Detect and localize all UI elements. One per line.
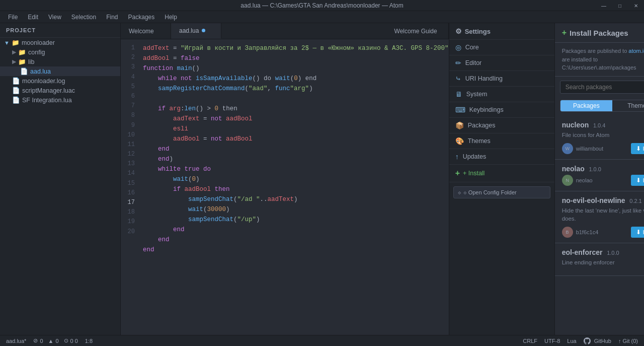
- toggle-themes[interactable]: Themes: [612, 100, 644, 111]
- status-errors: ⊘ 0 ▲ 0 ⊙ 0 0: [33, 337, 77, 344]
- expand-icon-lib: ▶: [12, 58, 16, 65]
- package-card-neolao: neolao 1.0.0 ↓ 12 N neolao ⬇ Ins: [555, 160, 644, 191]
- tab-aad-lua[interactable]: aad.lua: [171, 23, 221, 39]
- tree-item-moonloader-log[interactable]: 📄 moonloader.log: [0, 76, 120, 86]
- line-numbers: 12345 678910 1112131415 1617181920: [121, 39, 139, 335]
- settings-nav-core[interactable]: ◎ Core: [449, 40, 554, 55]
- package-name-neolao: neolao: [562, 165, 585, 173]
- tab-bar: Welcome aad.lua Welcome Guide: [121, 23, 449, 39]
- packages-panel: + Install Packages Packages are publishe…: [554, 23, 644, 335]
- main-layout: Project ▼ 📁 moonloader ▶ 📁 config ▶ 📁 li…: [0, 23, 644, 335]
- package-card-nucleon: nucleon 1.0.4 ↓ 1 264 File icons for Ato…: [555, 116, 644, 160]
- packages-panel-title: Install Packages: [570, 29, 628, 37]
- package-version-nucleon: 1.0.4: [593, 122, 605, 128]
- file-icon-sf: 📄: [12, 96, 20, 104]
- package-name-no-evil: no-evil-eol-newline: [562, 196, 625, 204]
- status-encoding[interactable]: UTF-8: [544, 338, 560, 344]
- install-button-neolao[interactable]: ⬇ Install: [631, 175, 644, 186]
- settings-nav-packages[interactable]: 📦 Packages: [449, 118, 554, 133]
- keybindings-icon: ⌨: [455, 106, 465, 114]
- tree-item-config[interactable]: ▶ 📁 config: [0, 47, 120, 57]
- menu-edit[interactable]: Edit: [24, 13, 42, 22]
- uri-icon: ⤷: [455, 75, 461, 83]
- system-icon: 🖥: [455, 90, 462, 98]
- minimize-button[interactable]: —: [596, 0, 612, 11]
- package-top-no-evil: no-evil-eol-newline 0.2.1 ↓ 189: [562, 196, 644, 204]
- tab-welcome-guide[interactable]: Welcome Guide: [383, 23, 449, 39]
- packages-panel-header: + Install Packages: [555, 23, 644, 43]
- package-desc-no-evil: Hide the last 'new line', just like vim …: [562, 206, 644, 223]
- package-author-neolao: N neolao: [562, 175, 593, 186]
- install-button-no-evil[interactable]: ⬇ Install: [631, 227, 644, 238]
- package-name-nucleon: nucleon: [562, 121, 589, 129]
- settings-header: ⚙ Settings: [449, 23, 554, 40]
- atom-io-link[interactable]: atom.io: [628, 48, 644, 54]
- settings-panel: ⚙ Settings ◎ Core ✏ Editor ⤷ URI Handlin…: [449, 23, 554, 335]
- tree-item-aad-lua[interactable]: 📄 aad.lua: [0, 66, 120, 76]
- folder-icon-config: 📁: [18, 48, 26, 56]
- avatar-neolao: N: [562, 175, 573, 186]
- settings-nav-uri[interactable]: ⤷ URI Handling: [449, 71, 554, 87]
- menu-find[interactable]: Find: [102, 13, 122, 22]
- menubar: File Edit View Selection Find Packages H…: [0, 11, 644, 23]
- menu-file[interactable]: File: [4, 13, 22, 22]
- menu-help[interactable]: Help: [160, 13, 181, 22]
- settings-nav-system[interactable]: 🖥 System: [449, 87, 554, 102]
- package-footer-no-evil: B b1f6c1c4 ⬇ Install: [562, 227, 644, 238]
- avatar-nucleon: W: [562, 143, 573, 154]
- menu-view[interactable]: View: [44, 13, 65, 22]
- packages-info: Packages are published to atom.io and ar…: [555, 43, 644, 77]
- search-packages-input[interactable]: [560, 81, 644, 94]
- tree-item-moonloader[interactable]: ▼ 📁 moonloader: [0, 38, 120, 47]
- avatar-no-evil: B: [562, 227, 573, 238]
- tree-item-sf-integration[interactable]: 📄 SF Integration.lua: [0, 95, 120, 105]
- package-version-eol: 1.0.0: [607, 250, 619, 256]
- editor-area: Welcome aad.lua Welcome Guide 12345 6789…: [121, 23, 449, 335]
- settings-nav-keybindings[interactable]: ⌨ Keybindings: [449, 102, 554, 118]
- titlebar: aad.lua — C:\Games\GTA San Andreas\moonl…: [0, 0, 644, 11]
- package-card-no-evil-eol: no-evil-eol-newline 0.2.1 ↓ 189 Hide the…: [555, 191, 644, 243]
- editor-icon: ✏: [455, 59, 461, 67]
- install-button-nucleon[interactable]: ⬇ Install: [631, 143, 644, 154]
- toggle-packages[interactable]: Packages: [560, 100, 613, 111]
- settings-nav-editor[interactable]: ✏ Editor: [449, 55, 554, 71]
- themes-icon: 🎨: [455, 137, 464, 145]
- statusbar: aad.lua* ⊘ 0 ▲ 0 ⊙ 0 0 1:8 CRLF UTF-8 Lu…: [0, 335, 644, 346]
- code-content[interactable]: addText = "Играй в кости и Заправляйся з…: [139, 39, 449, 335]
- core-icon: ◎: [455, 43, 461, 51]
- download-arrow-icon: ⬇: [636, 229, 641, 236]
- open-config-folder-button[interactable]: ⟐ ⟐ Open Config Folder: [453, 186, 550, 198]
- package-footer-neolao: N neolao ⬇ Install: [562, 175, 644, 186]
- file-icon-aad: 📄: [20, 67, 28, 75]
- close-button[interactable]: ✕: [628, 0, 644, 11]
- gear-icon: ⚙: [455, 27, 462, 35]
- tree-item-scriptmanager[interactable]: 📄 scriptManager.luac: [0, 86, 120, 95]
- project-sidebar: Project ▼ 📁 moonloader ▶ 📁 config ▶ 📁 li…: [0, 23, 121, 335]
- code-editor[interactable]: 12345 678910 1112131415 1617181920 addTe…: [121, 39, 449, 335]
- packages-icon: 📦: [455, 121, 464, 129]
- window-controls: — □ ✕: [596, 0, 644, 11]
- settings-nav-themes[interactable]: 🎨 Themes: [449, 133, 554, 149]
- package-desc-nucleon: File icons for Atom: [562, 131, 644, 139]
- status-line-ending[interactable]: CRLF: [523, 338, 537, 344]
- tab-welcome[interactable]: Welcome: [121, 23, 171, 39]
- package-footer-nucleon: W williambout ⬇ Install: [562, 143, 644, 154]
- settings-nav-updates[interactable]: ↑ Updates: [449, 149, 554, 165]
- packages-tab-toggle: Packages Themes: [560, 100, 644, 112]
- settings-install[interactable]: + + Install: [449, 165, 554, 182]
- status-filename: aad.lua*: [6, 338, 26, 344]
- tab-right-area: Welcome Guide: [221, 23, 449, 39]
- maximize-button[interactable]: □: [612, 0, 628, 11]
- package-version-neolao: 1.0.0: [589, 166, 601, 172]
- status-grammar[interactable]: Lua: [567, 338, 576, 344]
- package-author-no-evil: B b1f6c1c4: [562, 227, 599, 238]
- package-top-nucleon: nucleon 1.0.4 ↓ 1 264: [562, 121, 644, 129]
- tree-item-lib[interactable]: ▶ 📁 lib: [0, 57, 120, 66]
- expand-icon-config: ▶: [12, 49, 16, 55]
- menu-packages[interactable]: Packages: [124, 13, 159, 22]
- package-name-eol: eol-enforcer: [562, 248, 603, 256]
- github-icon: GitHub: [584, 337, 611, 344]
- download-arrow-icon: ⬇: [636, 177, 641, 184]
- menu-selection[interactable]: Selection: [67, 13, 100, 22]
- warning-icon: ▲: [48, 338, 54, 344]
